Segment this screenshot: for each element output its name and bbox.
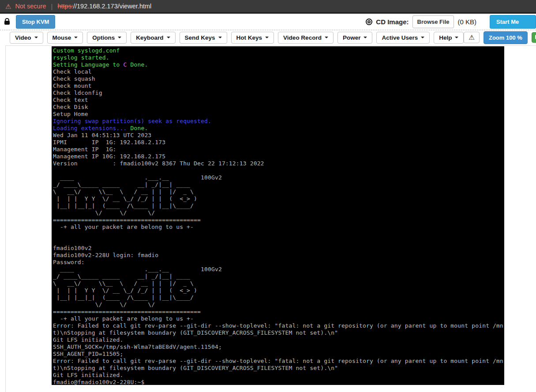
terminal-line: -+ all your packet are belong to us +- <box>53 315 504 322</box>
menu-options[interactable]: Options <box>87 32 127 44</box>
terminal-line: fmadio100v2-228U login: fmadio <box>53 252 504 259</box>
terminal-line: Check squash <box>53 75 504 82</box>
toolbar-left: Stop KVM <box>4 15 55 29</box>
terminal-line: Setup Home <box>53 111 504 118</box>
menu-hot-keys[interactable]: Hot Keys <box>231 32 274 44</box>
not-secure-warning-icon[interactable]: ⚠ <box>5 3 11 10</box>
terminal-line: Setting Language to C Done. <box>53 61 504 68</box>
terminal-line: ========================================… <box>53 217 504 224</box>
lock-icon <box>4 21 10 25</box>
page-url[interactable]: https://192.168.2.173/viewer.html <box>57 3 151 10</box>
chevron-down-icon <box>421 37 424 38</box>
address-separator: | <box>51 3 53 10</box>
zoom-level-button[interactable]: Zoom 100 % <box>484 31 528 44</box>
terminal-line: Check local <box>53 68 504 75</box>
terminal-line: fmadio@fmadio100v2-228U:~$ <box>53 379 504 385</box>
terminal-line: -+ all your packet are belong to us +- <box>53 224 504 231</box>
terminal-line: | | | Y Y \/ __ \_/ /_/ | | ( <_> ) <box>53 195 504 202</box>
toolbar-right: CD Image: Browse File (0 KB) Start Me <box>366 15 536 29</box>
chevron-down-icon <box>265 37 269 38</box>
terminal-line: | | | Y Y \/ __ \_/ /_/ | | ( <_> ) <box>53 287 504 294</box>
terminal-line: Password: <box>53 259 504 266</box>
start-media-button[interactable]: Start Me <box>490 15 536 29</box>
terminal-line <box>53 238 504 245</box>
terminal-line: |__| |__|_| (____ /\____ | |__|\____/ <box>53 294 504 301</box>
menu-label: Video Record <box>283 34 322 41</box>
terminal-line: SSH_AGENT_PID=11505; <box>53 351 504 358</box>
terminal-line: Check Disk <box>53 104 504 111</box>
terminal-line: rsyslog started. <box>53 54 504 61</box>
menu-label: Options <box>92 34 115 41</box>
terminal-line: Custom syslogd.conf <box>53 47 504 54</box>
cd-image-label: CD Image: <box>376 18 409 26</box>
terminal-line: Loading extensions... Done. <box>53 125 504 132</box>
warning-button[interactable]: ⚠ <box>464 32 479 43</box>
menu-video-record[interactable]: Video Record <box>278 32 334 44</box>
terminal-line: fmadio100v2 <box>53 245 504 252</box>
menu-label: Help <box>439 34 452 41</box>
terminal-line: Wed Jan 11 04:51:13 UTC 2023 <box>53 132 504 139</box>
chevron-down-icon <box>325 37 328 38</box>
terminal-line: Error: Failed to call git rev-parse --gi… <box>53 322 504 329</box>
terminal-line: \ __\/ \\__ \ / __ | | |/ _ \ <box>53 188 504 195</box>
menu-active-users[interactable]: Active Users <box>376 32 430 44</box>
terminal-line: Git LFS initialized. <box>53 336 504 343</box>
terminal-line <box>53 167 504 174</box>
terminal-line: t)\nStopping at filesystem boundary (GIT… <box>53 365 504 372</box>
cd-image-size: (0 KB) <box>457 18 476 26</box>
chevron-down-icon <box>455 37 458 38</box>
url-path: //192.168.2.173/viewer.html <box>73 3 151 10</box>
menu-bar-items: VideoMouseOptionsKeyboardSend KeysHot Ke… <box>10 32 464 44</box>
menu-label: Hot Keys <box>236 34 262 41</box>
terminal-line: Check text <box>53 97 504 104</box>
terminal-line: ========================================… <box>53 308 504 315</box>
terminal-line: IPMI IP 1G: 192.168.2.173 <box>53 139 504 146</box>
menu-label: Video <box>15 34 31 41</box>
menu-send-keys[interactable]: Send Keys <box>180 32 227 44</box>
fullscreen-monitor-button[interactable] <box>532 32 536 43</box>
menu-keyboard[interactable]: Keyboard <box>131 32 175 44</box>
menu-bar: VideoMouseOptionsKeyboardSend KeysHot Ke… <box>0 30 536 45</box>
chevron-down-icon <box>74 37 78 38</box>
kvm-terminal-screen[interactable]: Custom syslogd.confrsyslog started.Setti… <box>52 46 504 385</box>
warning-icon: ⚠ <box>469 34 474 41</box>
terminal-line: |__| |__|_| (____ /\____ | |__|\____/ <box>53 202 504 209</box>
terminal-line: ____ .___.__ 100Gv2 <box>53 174 504 181</box>
terminal-line: SSH_AUTH_SOCK=/tmp/ssh-Wlma7taBE8dV/agen… <box>53 343 504 351</box>
terminal-line: Check ldconfig <box>53 90 504 97</box>
menu-label: Mouse <box>52 34 71 41</box>
terminal-line: t)\nStopping at filesystem boundary (GIT… <box>53 329 504 336</box>
menu-bar-right: ⚠ Zoom 100 % <box>464 31 536 44</box>
menu-video[interactable]: Video <box>10 32 43 44</box>
terminal-line: _/ ____\_____ _____ __| _/|__| ____ <box>53 273 504 280</box>
chevron-down-icon <box>218 37 222 38</box>
menu-label: Keyboard <box>136 34 163 41</box>
terminal-line: Management IP 10G: 192.168.2.175 <box>53 153 504 160</box>
kvm-toolbar: Stop KVM CD Image: Browse File (0 KB) St… <box>0 14 536 30</box>
not-secure-label[interactable]: Not secure <box>15 3 46 10</box>
menu-mouse[interactable]: Mouse <box>47 32 83 44</box>
menu-label: Power <box>343 34 361 41</box>
menu-power[interactable]: Power <box>337 32 373 44</box>
menu-label: Send Keys <box>185 34 215 41</box>
browser-address-bar[interactable]: ⚠ Not secure | https://192.168.2.173/vie… <box>0 0 536 14</box>
terminal-line: Version : fmadio100v2 8367 Thu Dec 22 17… <box>53 160 504 167</box>
chevron-down-icon <box>167 37 170 38</box>
terminal-line: ____ .___.__ 100Gv2 <box>53 266 504 273</box>
stop-kvm-button[interactable]: Stop KVM <box>16 15 55 29</box>
terminal-line: \/ \/ \/ <box>53 209 504 217</box>
terminal-line: \/ \/ \/ <box>53 301 504 308</box>
menu-label: Active Users <box>382 34 418 41</box>
terminal-line: Check mount <box>53 82 504 90</box>
url-scheme: https: <box>57 3 73 10</box>
terminal-line: _/ ____\_____ _____ __| _/|__| ____ <box>53 181 504 188</box>
menu-help[interactable]: Help <box>434 32 464 44</box>
terminal-line: Git LFS initialized. <box>53 372 504 379</box>
terminal-line: Ignoring swap partition(s) seek as reque… <box>53 118 504 125</box>
chevron-down-icon <box>118 37 121 38</box>
browse-file-button[interactable]: Browse File <box>412 15 454 28</box>
terminal-line: Error: Failed to call git rev-parse --gi… <box>53 358 504 365</box>
chevron-down-icon <box>364 37 367 38</box>
terminal-line <box>53 231 504 238</box>
chevron-down-icon <box>34 37 38 38</box>
